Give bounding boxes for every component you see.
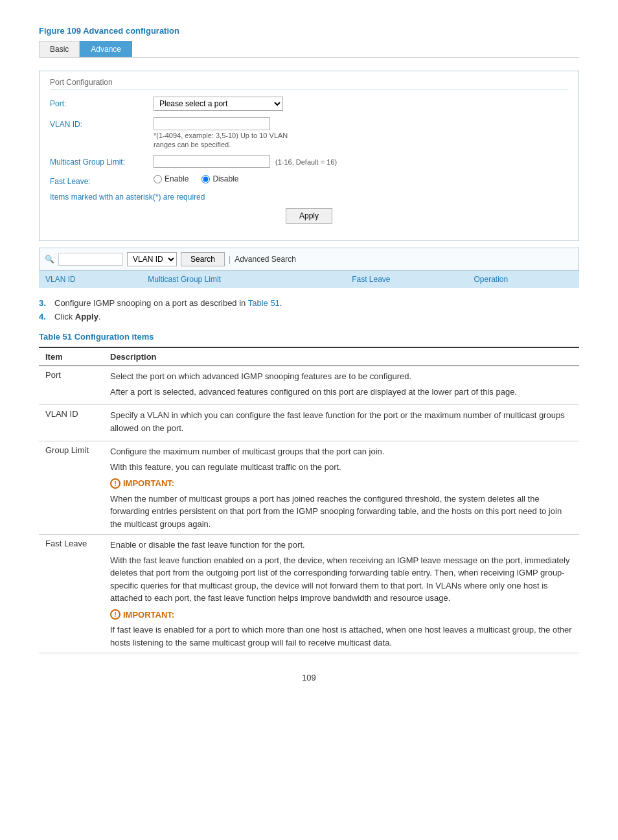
config-box-title: Port Configuration: [50, 78, 568, 90]
fast-leave-row: Fast Leave: Enable Disable: [50, 174, 568, 186]
desc-paragraph: With this feature, you can regulate mult…: [110, 461, 573, 474]
step-4: 4. Click Apply.: [39, 312, 579, 321]
col-fast-leave: Fast Leave: [345, 271, 467, 288]
desc-paragraph: Enable or disable the fast leave functio…: [110, 539, 573, 552]
important-icon: !: [110, 609, 120, 620]
fast-leave-enable-option[interactable]: Enable: [154, 174, 189, 183]
desc-paragraph: Specify a VLAN in which you can configur…: [110, 409, 573, 434]
fast-leave-enable-label: Enable: [165, 174, 189, 183]
table51-desc-cell: Specify a VLAN in which you can configur…: [104, 405, 579, 441]
step-3-num: 3.: [39, 298, 49, 308]
table51-title: Table 51 Configuration items: [39, 332, 579, 342]
desc-paragraph: With the fast leave function enabled on …: [110, 554, 573, 605]
vlan-id-hint2: ranges can be specified.: [154, 141, 568, 148]
step-4-num: 4.: [39, 312, 49, 321]
port-select[interactable]: Please select a port: [154, 97, 283, 111]
port-config-box: Port Configuration Port: Please select a…: [39, 71, 579, 241]
step-4-bold: Apply: [75, 312, 98, 321]
figure-title: Figure 109 Advanced configuration: [39, 26, 579, 36]
vlan-id-label: VLAN ID:: [50, 117, 154, 129]
table51-header-row: Item Description: [39, 347, 579, 366]
fast-leave-enable-radio[interactable]: [154, 175, 162, 183]
table51-item-cell: VLAN ID: [39, 405, 104, 441]
step-3-text: Configure IGMP snooping on a port as des…: [54, 298, 282, 308]
search-input[interactable]: [58, 253, 123, 266]
desc-paragraph: Configure the maximum number of multicas…: [110, 445, 573, 458]
desc-paragraph: After a port is selected, advanced featu…: [110, 386, 573, 399]
tab-advance[interactable]: Advance: [80, 41, 132, 57]
col-vlan-id: VLAN ID: [39, 271, 141, 288]
multicast-limit-label: Multicast Group Limit:: [50, 155, 154, 167]
search-icon: 🔍: [45, 255, 54, 264]
fast-leave-disable-option[interactable]: Disable: [201, 174, 238, 183]
important-label: ! IMPORTANT:: [110, 477, 573, 490]
table-header-row: VLAN ID Multicast Group Limit Fast Leave…: [39, 271, 579, 288]
tab-bar: Basic Advance: [39, 41, 579, 58]
multicast-limit-control: (1-16, Default = 16): [154, 155, 568, 168]
step-4-text: Click Apply.: [54, 312, 101, 321]
page-number: 109: [39, 673, 579, 682]
fast-leave-control: Enable Disable: [154, 174, 568, 183]
multicast-limit-hint: (1-16, Default = 16): [275, 158, 337, 166]
table-row: Fast LeaveEnable or disable the fast lea…: [39, 535, 579, 653]
fast-leave-disable-label: Disable: [212, 174, 238, 183]
apply-button[interactable]: Apply: [286, 208, 332, 224]
step-3: 3. Configure IGMP snooping on a port as …: [39, 298, 579, 308]
table-row: VLAN IDSpecify a VLAN in which you can c…: [39, 405, 579, 441]
fast-leave-disable-radio[interactable]: [201, 175, 210, 183]
search-select[interactable]: VLAN ID: [127, 252, 177, 266]
search-separator: |: [229, 255, 231, 264]
steps-list: 3. Configure IGMP snooping on a port as …: [39, 298, 579, 321]
port-label: Port:: [50, 97, 154, 108]
search-button[interactable]: Search: [181, 252, 225, 266]
vlan-id-row: VLAN ID: *(1-4094, example: 3,5-10) Up t…: [50, 117, 568, 148]
table51-col-item: Item: [39, 347, 104, 366]
vlan-id-hint1: *(1-4094, example: 3,5-10) Up to 10 VLAN: [154, 132, 568, 139]
table51-item-cell: Fast Leave: [39, 535, 104, 653]
vlan-id-input[interactable]: [154, 117, 270, 130]
table-row: PortSelect the port on which advanced IG…: [39, 366, 579, 405]
step-4-suffix: .: [98, 312, 101, 321]
col-operation: Operation: [467, 271, 579, 288]
search-bar: 🔍 VLAN ID Search | Advanced Search: [39, 248, 579, 271]
table51: Item Description PortSelect the port on …: [39, 347, 579, 653]
step-3-prefix: Configure IGMP snooping on a port as des…: [54, 298, 248, 308]
fast-leave-radio-group: Enable Disable: [154, 174, 568, 183]
table51-desc-cell: Configure the maximum number of multicas…: [104, 441, 579, 535]
multicast-limit-row: Multicast Group Limit: (1-16, Default = …: [50, 155, 568, 168]
advanced-search-link[interactable]: Advanced Search: [235, 255, 296, 264]
step-4-prefix: Click: [54, 312, 75, 321]
apply-row: Apply: [50, 208, 568, 224]
table51-item-cell: Group Limit: [39, 441, 104, 535]
multicast-limit-input[interactable]: [154, 155, 270, 168]
data-table: VLAN ID Multicast Group Limit Fast Leave…: [39, 271, 579, 288]
port-control: Please select a port: [154, 97, 568, 111]
table51-col-desc: Description: [104, 347, 579, 366]
table51-desc-cell: Select the port on which advanced IGMP s…: [104, 366, 579, 405]
tab-basic[interactable]: Basic: [39, 41, 80, 57]
fast-leave-label: Fast Leave:: [50, 174, 154, 186]
table-row: Group LimitConfigure the maximum number …: [39, 441, 579, 535]
important-label: ! IMPORTANT:: [110, 609, 573, 622]
port-row: Port: Please select a port: [50, 97, 568, 111]
important-text: If fast leave is enabled for a port to w…: [110, 624, 573, 649]
vlan-id-control: *(1-4094, example: 3,5-10) Up to 10 VLAN…: [154, 117, 568, 148]
step-3-suffix: .: [280, 298, 282, 308]
table51-desc-cell: Enable or disable the fast leave functio…: [104, 535, 579, 653]
table51-link[interactable]: Table 51: [248, 298, 280, 308]
important-text: When the number of multicast groups a po…: [110, 493, 573, 531]
important-icon: !: [110, 478, 120, 489]
asterisk-note: Items marked with an asterisk(*) are req…: [50, 192, 568, 202]
table51-item-cell: Port: [39, 366, 104, 405]
desc-paragraph: Select the port on which advanced IGMP s…: [110, 370, 573, 383]
col-multicast-limit: Multicast Group Limit: [141, 271, 345, 288]
